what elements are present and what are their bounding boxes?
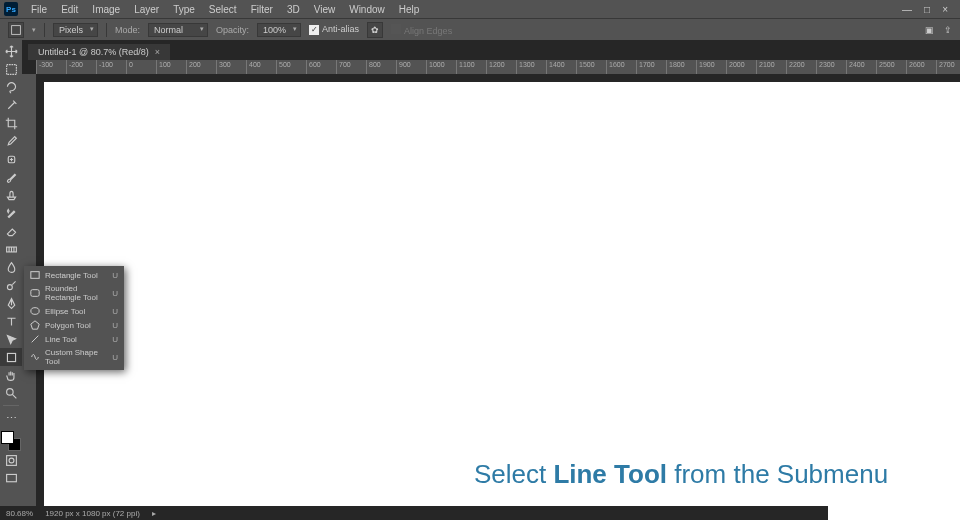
quick-mask-toggle[interactable] <box>0 451 22 469</box>
shape-tool[interactable] <box>0 348 22 366</box>
move-tool[interactable] <box>0 42 22 60</box>
app-logo: Ps <box>4 2 18 16</box>
mode-label: Mode: <box>115 25 140 35</box>
menu-filter[interactable]: Filter <box>244 2 280 17</box>
healing-brush-tool[interactable] <box>0 150 22 168</box>
svg-point-4 <box>7 284 12 289</box>
dodge-tool[interactable] <box>0 276 22 294</box>
align-edges-checkbox[interactable]: Align Edges <box>391 24 452 36</box>
svg-point-6 <box>6 388 13 395</box>
eraser-tool[interactable] <box>0 222 22 240</box>
svg-rect-10 <box>31 272 39 279</box>
lasso-tool[interactable] <box>0 78 22 96</box>
svg-rect-0 <box>12 25 21 34</box>
gradient-tool[interactable] <box>0 240 22 258</box>
submenu-rectangle-tool[interactable]: Rectangle ToolU <box>24 268 124 282</box>
zoom-tool[interactable] <box>0 384 22 402</box>
document-tab[interactable]: Untitled-1 @ 80.7% (Red/8) × <box>28 44 170 60</box>
menu-edit[interactable]: Edit <box>54 2 85 17</box>
svg-rect-9 <box>6 474 16 481</box>
mode-select[interactable]: Normal <box>148 23 208 37</box>
document-dimensions: 1920 px x 1080 px (72 ppi) <box>45 509 140 518</box>
window-close[interactable]: × <box>942 4 948 15</box>
opacity-label: Opacity: <box>216 25 249 35</box>
svg-rect-11 <box>31 290 39 297</box>
units-select[interactable]: Pixels <box>53 23 98 37</box>
type-tool[interactable] <box>0 312 22 330</box>
menu-help[interactable]: Help <box>392 2 427 17</box>
screen-mode-toggle[interactable] <box>0 469 22 487</box>
horizontal-ruler: -300-200-1000100200300400500600700800900… <box>36 60 960 74</box>
svg-rect-5 <box>7 353 15 361</box>
svg-marker-13 <box>31 321 39 329</box>
opacity-select[interactable]: 100% <box>257 23 301 37</box>
options-bar: ▾ Pixels Mode: Normal Opacity: 100% ✓Ant… <box>0 18 960 40</box>
shape-tool-submenu: Rectangle ToolU Rounded Rectangle ToolU … <box>24 266 124 370</box>
menu-image[interactable]: Image <box>85 2 127 17</box>
svg-rect-7 <box>6 455 16 465</box>
menu-select[interactable]: Select <box>202 2 244 17</box>
submenu-custom-shape-tool[interactable]: Custom Shape ToolU <box>24 346 124 368</box>
canvas[interactable]: Select Line Tool from the Submenu <box>44 82 960 520</box>
marquee-tool[interactable] <box>0 60 22 78</box>
document-tab-title: Untitled-1 @ 80.7% (Red/8) <box>38 47 149 57</box>
share-icon[interactable]: ⇪ <box>944 25 952 35</box>
pen-tool[interactable] <box>0 294 22 312</box>
document-area: Untitled-1 @ 80.7% (Red/8) × -300-200-10… <box>22 40 960 520</box>
menu-3d[interactable]: 3D <box>280 2 307 17</box>
eyedropper-tool[interactable] <box>0 132 22 150</box>
clone-stamp-tool[interactable] <box>0 186 22 204</box>
submenu-rounded-rectangle-tool[interactable]: Rounded Rectangle ToolU <box>24 282 124 304</box>
menu-view[interactable]: View <box>307 2 343 17</box>
window-maximize[interactable]: □ <box>924 4 930 15</box>
zoom-level[interactable]: 80.68% <box>6 509 33 518</box>
path-selection-tool[interactable] <box>0 330 22 348</box>
svg-point-8 <box>9 458 14 463</box>
antialias-checkbox[interactable]: ✓Anti-alias <box>309 24 359 35</box>
menu-layer[interactable]: Layer <box>127 2 166 17</box>
crop-tool[interactable] <box>0 114 22 132</box>
toolbox: ⋯ <box>0 40 22 520</box>
submenu-ellipse-tool[interactable]: Ellipse ToolU <box>24 304 124 318</box>
edit-toolbar[interactable]: ⋯ <box>0 409 22 427</box>
settings-icon[interactable]: ✿ <box>367 22 383 38</box>
color-swatches[interactable] <box>1 431 21 451</box>
history-brush-tool[interactable] <box>0 204 22 222</box>
window-minimize[interactable]: — <box>902 4 912 15</box>
quick-export-icon[interactable]: ▣ <box>925 25 934 35</box>
submenu-polygon-tool[interactable]: Polygon ToolU <box>24 318 124 332</box>
menu-bar: Ps File Edit Image Layer Type Select Fil… <box>0 0 960 18</box>
hand-tool[interactable] <box>0 366 22 384</box>
blur-tool[interactable] <box>0 258 22 276</box>
instruction-text: Select Line Tool from the Submenu <box>474 459 888 490</box>
menu-file[interactable]: File <box>24 2 54 17</box>
menu-window[interactable]: Window <box>342 2 392 17</box>
close-tab-icon[interactable]: × <box>155 47 160 57</box>
menu-type[interactable]: Type <box>166 2 202 17</box>
svg-point-12 <box>31 308 39 315</box>
magic-wand-tool[interactable] <box>0 96 22 114</box>
svg-rect-1 <box>6 64 16 74</box>
shape-preset-icon[interactable] <box>8 22 24 38</box>
submenu-line-tool[interactable]: Line ToolU <box>24 332 124 346</box>
brush-tool[interactable] <box>0 168 22 186</box>
status-bar: 80.68% 1920 px x 1080 px (72 ppi) ▸ <box>0 506 828 520</box>
